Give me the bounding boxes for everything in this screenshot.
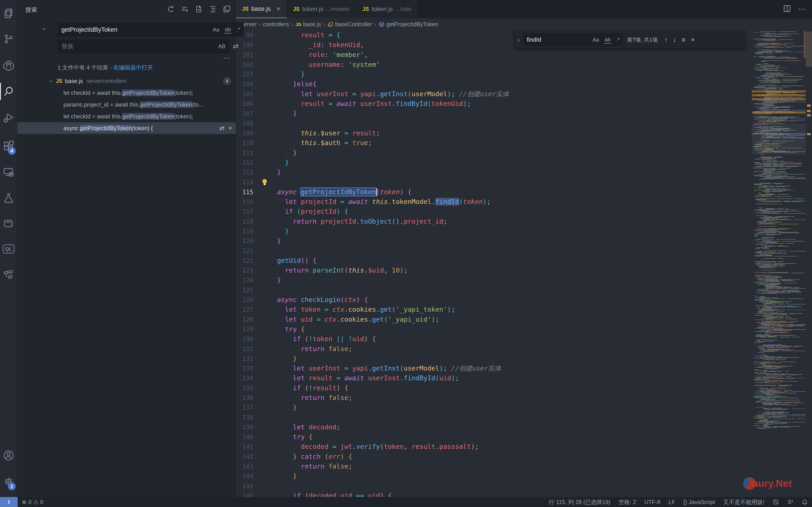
language-mode[interactable]: {} JavaScript	[683, 499, 715, 505]
code-line-130[interactable]: 130if (!token || !uid) {	[236, 334, 752, 344]
replace-all-icon[interactable]: ⇄	[233, 42, 239, 50]
code-line-145[interactable]: 145	[236, 481, 752, 491]
code-line-132[interactable]: 132}	[236, 354, 752, 363]
code-line-110[interactable]: 110this.$auth = true;	[236, 138, 752, 148]
more-actions-icon[interactable]: ⋯	[798, 5, 806, 13]
find-next-icon[interactable]: ↓	[673, 36, 676, 44]
code-line-121[interactable]: 121	[236, 246, 752, 256]
indentation[interactable]: 空格: 2	[618, 498, 636, 506]
code-line-101[interactable]: 101role: 'member',	[236, 50, 752, 60]
extension-status[interactable]: 又不是不能用版!	[723, 498, 764, 506]
eol[interactable]: LF	[669, 499, 675, 505]
code-line-133[interactable]: 133let userInst = yapi.getInst(userModel…	[236, 363, 752, 373]
search-result-row[interactable]: params.project_id = await this.getProjec…	[17, 99, 236, 110]
breadcrumb-item-baseController[interactable]: baseController	[327, 21, 372, 27]
find-toggle-replace-icon[interactable]: ›	[514, 36, 523, 44]
testing-icon[interactable]	[0, 186, 17, 209]
code-line-113[interactable]: 113}	[236, 168, 752, 177]
code-line-143[interactable]: 143return false;	[236, 461, 752, 471]
code-line-118[interactable]: 118return projectId.toObject().project_i…	[236, 217, 752, 226]
match-case-icon[interactable]: Aa	[212, 26, 220, 33]
tab-base.js[interactable]: JSbase.js×	[236, 0, 287, 18]
bell-icon[interactable]	[802, 499, 808, 505]
mute-icon[interactable]	[773, 499, 779, 505]
find-in-selection-icon[interactable]: ≡	[682, 36, 686, 44]
code-line-117[interactable]: 117if (projectId) {	[236, 207, 752, 216]
code-line-146[interactable]: 146if (decoded.uid == uid) {	[236, 491, 752, 497]
search-result-row[interactable]: let checkId = await this.getProjectIdByT…	[17, 110, 236, 122]
expand-all-icon[interactable]	[208, 5, 217, 13]
replace-input[interactable]: 替换 AB	[58, 39, 229, 53]
clear-results-icon[interactable]	[180, 5, 189, 13]
find-match-case-icon[interactable]: Aa	[592, 36, 600, 44]
code-line-131[interactable]: 131return false;	[236, 344, 752, 354]
code-line-104[interactable]: 104}else{	[236, 79, 752, 89]
settings-gear-icon[interactable]: 1	[0, 470, 17, 493]
code-line-134[interactable]: 134let result = await userInst.findById(…	[236, 373, 752, 383]
code-line-114[interactable]: 114	[236, 177, 752, 187]
source-control-icon[interactable]	[0, 27, 17, 50]
code-line-120[interactable]: 120}	[236, 236, 752, 246]
breadcrumb-item-controllers[interactable]: controllers	[263, 21, 289, 27]
find-previous-icon[interactable]: ↑	[664, 36, 668, 44]
code-line-109[interactable]: 109this.$user = result;	[236, 128, 752, 138]
code-line-122[interactable]: 122getUid() {	[236, 256, 752, 266]
code-line-112[interactable]: 112}	[236, 158, 752, 168]
code-line-142[interactable]: 142} catch (err) {	[236, 452, 752, 461]
extensions-icon[interactable]: 4	[0, 135, 17, 158]
code-line-108[interactable]: 108	[236, 119, 752, 128]
find-whole-word-icon[interactable]: ab	[604, 36, 611, 44]
run-debug-icon[interactable]	[0, 106, 17, 129]
cursor-position[interactable]: 行 115, 列 28 (已选择19)	[549, 498, 610, 506]
collapse-all-icon[interactable]	[222, 5, 231, 13]
remote-indicator[interactable]	[0, 497, 18, 507]
code-line-105[interactable]: 105let userInst = yapi.getInst(userModel…	[236, 89, 752, 99]
search-result-row[interactable]: let checkId = await this.getProjectIdByT…	[17, 87, 236, 99]
find-input[interactable]: findId Aa ab .*	[523, 34, 623, 46]
code-line-102[interactable]: 102username: 'system'	[236, 60, 752, 69]
code-line-116[interactable]: 116let projectId = await this.tokenModel…	[236, 197, 752, 207]
code-line-106[interactable]: 106result = await userInst.findById(toke…	[236, 99, 752, 109]
code-line-135[interactable]: 135if (!result) {	[236, 383, 752, 393]
openai-icon[interactable]	[0, 54, 17, 76]
code-line-128[interactable]: 128let uid = ctx.cookies.get('_yapi_uid'…	[236, 315, 752, 324]
code-line-125[interactable]: 125	[236, 285, 752, 295]
overview-ruler[interactable]	[806, 31, 812, 497]
search-result-row[interactable]: async getProjectIdByToken(token) {⇄×	[17, 122, 236, 134]
toggle-replace-chevron-icon[interactable]: ›	[41, 28, 48, 30]
code-line-136[interactable]: 136return false;	[236, 393, 752, 403]
breadcrumb-item-getProjectIdByToken[interactable]: getProjectIdByToken	[378, 21, 438, 27]
replace-match-icon[interactable]: ⇄	[219, 125, 224, 132]
scrollbar-thumb[interactable]	[806, 32, 812, 67]
search-file-row[interactable]: › JS base.js server/controllers 4	[17, 75, 236, 87]
open-in-editor-link[interactable]: 在编辑器中打开	[113, 64, 153, 71]
code-editor[interactable]: 99result = {100_id: tokenUid,101role: 'm…	[236, 30, 752, 497]
code-line-140[interactable]: 140try {	[236, 432, 752, 442]
codeql-icon[interactable]: QL	[0, 238, 17, 260]
remote-explorer-icon[interactable]	[0, 161, 17, 183]
find-close-icon[interactable]: ×	[691, 36, 695, 44]
code-line-126[interactable]: 126async checkLogin(ctx) {	[236, 295, 752, 305]
blocks-icon[interactable]	[0, 263, 17, 286]
code-line-138[interactable]: 138	[236, 413, 752, 422]
code-line-123[interactable]: 123return parseInt(this.$uid, 10);	[236, 266, 752, 275]
code-line-124[interactable]: 124}	[236, 275, 752, 285]
code-line-139[interactable]: 139let decoded;	[236, 422, 752, 432]
tab-token.js[interactable]: JStoken.js.../models	[287, 0, 356, 18]
feedback-icon[interactable]	[787, 499, 794, 505]
code-line-119[interactable]: 119}	[236, 226, 752, 236]
code-line-111[interactable]: 111}	[236, 148, 752, 158]
code-line-129[interactable]: 129try {	[236, 324, 752, 334]
explorer-icon[interactable]	[0, 2, 17, 24]
search-icon[interactable]	[0, 80, 17, 103]
code-line-107[interactable]: 107}	[236, 109, 752, 118]
code-line-141[interactable]: 141decoded = jwt.verify(token, result.pa…	[236, 442, 752, 452]
whole-word-icon[interactable]: ab	[224, 26, 232, 34]
account-icon[interactable]	[0, 444, 17, 467]
preserve-case-icon[interactable]: AB	[217, 43, 226, 50]
code-line-137[interactable]: 137}	[236, 403, 752, 412]
code-line-144[interactable]: 144}	[236, 471, 752, 481]
lightbulb-icon[interactable]	[261, 179, 268, 186]
find-regex-icon[interactable]: .*	[615, 36, 620, 44]
code-line-115[interactable]: 115async getProjectIdByToken(token) {	[236, 187, 752, 197]
